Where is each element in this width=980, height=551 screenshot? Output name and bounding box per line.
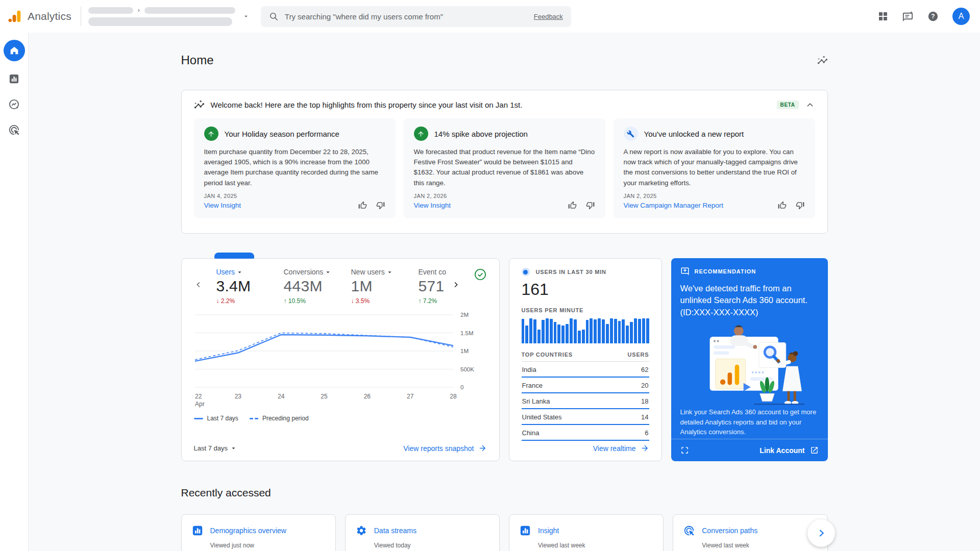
check-circle-icon[interactable] bbox=[474, 268, 487, 281]
thumb-up-icon[interactable] bbox=[568, 201, 577, 210]
divider bbox=[81, 7, 81, 26]
home-icon bbox=[9, 45, 20, 56]
metric-conversions[interactable]: Conversions 443M 10.5% bbox=[284, 268, 338, 305]
sidebar-item-advertising[interactable] bbox=[8, 124, 20, 138]
recent-card-demographics-overview[interactable]: Demographics overview Viewed just now bbox=[181, 514, 336, 551]
arrow-right-icon bbox=[478, 444, 487, 453]
per-minute-bar bbox=[606, 324, 609, 343]
per-minute-bar bbox=[614, 319, 617, 343]
svg-text:2M: 2M bbox=[460, 312, 469, 318]
collapse-banner-button[interactable] bbox=[805, 100, 815, 110]
highlights-sparkle-icon bbox=[194, 99, 205, 110]
redacted-account-name bbox=[88, 7, 133, 14]
metric-delta: 3.5% bbox=[351, 297, 405, 305]
metric-users[interactable]: Users 3.4M 2.2% bbox=[216, 268, 271, 305]
thumb-down-icon[interactable] bbox=[585, 201, 595, 210]
recent-card-conversion-paths[interactable]: Conversion paths Viewed last week bbox=[673, 514, 827, 551]
metric-event-count[interactable]: Event count 571 7.2% bbox=[419, 268, 446, 305]
recent-card-title: Demographics overview bbox=[210, 527, 286, 535]
apps-grid-button[interactable] bbox=[878, 11, 888, 21]
banner-headline: Welcome back! Here are the top highlight… bbox=[211, 101, 523, 109]
per-minute-bar bbox=[522, 319, 525, 343]
view-reports-snapshot-link[interactable]: View reports snapshot bbox=[403, 444, 486, 453]
thumb-up-icon[interactable] bbox=[358, 201, 368, 210]
link-account-button[interactable]: Link Account bbox=[760, 446, 818, 455]
help-button[interactable]: ? bbox=[927, 11, 939, 22]
highlight-title: 14% spike above projection bbox=[434, 130, 528, 138]
country-users: 62 bbox=[641, 366, 648, 373]
feedback-link[interactable]: Feedback bbox=[534, 13, 563, 20]
country-row: Sri Lanka18 bbox=[522, 393, 649, 409]
metric-new-users[interactable]: New users 1M 3.5% bbox=[351, 268, 405, 305]
realtime-title: USERS IN LAST 30 MIN bbox=[536, 269, 606, 275]
sidebar-item-reports[interactable] bbox=[8, 73, 20, 87]
top-bar: Analytics › Feedback bbox=[0, 0, 980, 33]
caret-down-icon[interactable] bbox=[236, 268, 243, 276]
view-campaign-manager-report-link[interactable]: View Campaign Manager Report bbox=[624, 202, 724, 209]
view-realtime-link[interactable]: View realtime bbox=[593, 444, 649, 453]
sidebar-item-home[interactable] bbox=[4, 40, 25, 61]
recommendation-body: Link your Search Ads 360 account to get … bbox=[680, 407, 819, 437]
highlight-body: We forecasted that product revenue for t… bbox=[414, 147, 595, 188]
per-minute-bar bbox=[638, 319, 641, 343]
search-input[interactable] bbox=[285, 12, 528, 21]
recently-accessed-title: Recently accessed bbox=[181, 487, 828, 499]
insights-button[interactable] bbox=[817, 55, 828, 66]
chevron-left-icon[interactable] bbox=[194, 280, 203, 289]
grid-icon bbox=[878, 11, 888, 21]
per-minute-bar bbox=[602, 319, 605, 343]
view-insight-link[interactable]: View Insight bbox=[204, 202, 241, 209]
account-property-selector[interactable]: › bbox=[88, 7, 250, 26]
redacted-property-name bbox=[144, 7, 235, 14]
svg-text:22: 22 bbox=[195, 393, 202, 400]
svg-text:500K: 500K bbox=[460, 366, 474, 372]
view-insight-link[interactable]: View Insight bbox=[414, 202, 451, 209]
send-feedback-button[interactable] bbox=[902, 11, 914, 22]
insights-banner: Welcome back! Here are the top highlight… bbox=[181, 90, 828, 234]
per-minute-bar bbox=[537, 330, 541, 343]
sidebar-item-explore[interactable] bbox=[8, 98, 20, 112]
thumb-down-icon[interactable] bbox=[795, 201, 805, 210]
thumb-down-icon[interactable] bbox=[376, 201, 385, 210]
caret-down-icon[interactable] bbox=[324, 268, 332, 276]
chart-legend: Last 7 days Preceding period bbox=[194, 415, 487, 422]
caret-down-icon[interactable] bbox=[386, 268, 394, 276]
country-users: 20 bbox=[641, 382, 648, 389]
help-icon: ? bbox=[927, 11, 939, 22]
country-users: 14 bbox=[641, 413, 648, 421]
explore-icon bbox=[8, 98, 20, 110]
date-range-selector[interactable]: Last 7 days bbox=[194, 444, 238, 452]
recent-card-insight[interactable]: Insight Viewed last week bbox=[509, 514, 664, 551]
recent-card-title: Conversion paths bbox=[702, 527, 757, 535]
bar-chart-icon bbox=[520, 525, 531, 536]
recent-card-subtitle: Viewed just now bbox=[210, 542, 325, 549]
country-row: United States14 bbox=[522, 409, 649, 425]
per-minute-bar bbox=[578, 331, 581, 343]
country-name: Sri Lanka bbox=[522, 397, 550, 405]
per-minute-bar bbox=[550, 319, 553, 343]
users-per-minute-chart bbox=[522, 317, 649, 343]
advertising-ads-click-icon bbox=[8, 124, 20, 136]
analytics-brand[interactable]: Analytics bbox=[7, 9, 71, 24]
per-minute-bar bbox=[557, 324, 560, 343]
recent-card-data-streams[interactable]: Data streams Viewed today bbox=[345, 514, 500, 551]
scroll-next-button[interactable] bbox=[807, 519, 835, 547]
highlight-date: JAN 2, 2026 bbox=[414, 193, 595, 199]
arrow-up-icon bbox=[414, 127, 428, 141]
solid-line-swatch bbox=[194, 418, 203, 419]
per-minute-bar bbox=[622, 319, 625, 343]
country-row: France20 bbox=[522, 378, 649, 393]
users-trend-chart: 0500K1M1.5M2M22Apr232425262728 bbox=[194, 310, 487, 414]
avatar[interactable]: A bbox=[952, 8, 970, 25]
svg-text:24: 24 bbox=[277, 393, 284, 400]
highlight-card: Your Holiday season performance Item pur… bbox=[194, 118, 396, 218]
add-comment-icon bbox=[680, 267, 690, 276]
thumb-up-icon[interactable] bbox=[777, 201, 787, 210]
live-pulse-icon bbox=[522, 268, 530, 276]
search-bar[interactable]: Feedback bbox=[261, 6, 571, 27]
per-minute-bar bbox=[610, 318, 613, 343]
svg-text:26: 26 bbox=[363, 393, 371, 400]
per-minute-bar bbox=[566, 324, 569, 343]
chevron-right-icon[interactable] bbox=[451, 280, 460, 289]
expand-icon[interactable] bbox=[680, 446, 689, 455]
